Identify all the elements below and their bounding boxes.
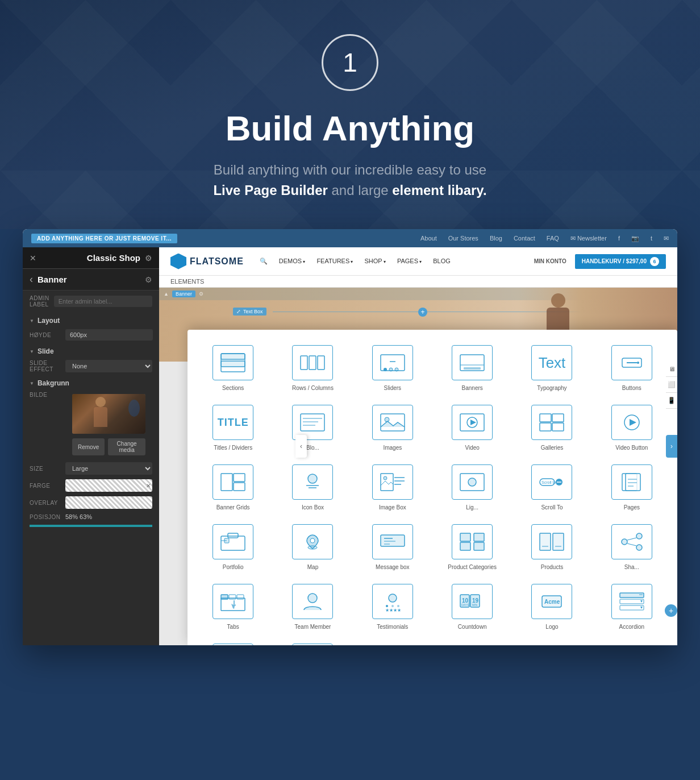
- panel-back-icon[interactable]: ‹: [30, 273, 33, 285]
- admin-link-ig[interactable]: 📷: [631, 235, 639, 242]
- svg-rect-95: [620, 593, 644, 598]
- svg-marker-31: [630, 419, 636, 426]
- element-testimonials[interactable]: ★★★★ Testimonials: [353, 577, 432, 637]
- titles-icon: TITLE: [213, 405, 253, 440]
- panel-toggle-left[interactable]: ‹: [295, 435, 307, 458]
- add-section-button[interactable]: +: [665, 604, 677, 617]
- svg-rect-3: [301, 356, 307, 370]
- element-logo[interactable]: Acme Logo: [512, 577, 591, 637]
- admin-link-mail[interactable]: ✉: [664, 235, 669, 242]
- admin-label-input[interactable]: [54, 296, 152, 307]
- admin-link-about[interactable]: About: [420, 235, 437, 242]
- my-account-link[interactable]: MIN KONTO: [534, 258, 566, 264]
- nav-pages[interactable]: PAGES: [393, 255, 426, 267]
- subtitle-highlight: Live Page Builder: [213, 182, 327, 198]
- nav-shop[interactable]: SHOP: [360, 255, 390, 267]
- posisjon-value: 58% 63%: [65, 513, 92, 520]
- element-buttons[interactable]: Buttons: [592, 338, 672, 398]
- element-galleries[interactable]: Galleries: [512, 398, 591, 458]
- hero-subtitle: Build anything with our incredible easy …: [11, 160, 689, 201]
- size-select[interactable]: Large Medium Small: [65, 462, 152, 475]
- banner-edit-icon[interactable]: ⚙: [199, 291, 203, 297]
- nav-features[interactable]: FEATURES: [312, 255, 357, 267]
- instagram-icon: [213, 644, 253, 645]
- element-products[interactable]: Products: [512, 517, 591, 577]
- desktop-icon[interactable]: 🖥: [666, 361, 677, 377]
- farge-color-field[interactable]: ✕: [65, 479, 152, 492]
- svg-rect-78: [221, 595, 228, 599]
- element-video-btn[interactable]: Video Button: [592, 398, 672, 458]
- mobile-icon[interactable]: 📱: [666, 393, 677, 409]
- element-message-box[interactable]: Message box: [353, 517, 432, 577]
- admin-link-blog[interactable]: Blog: [490, 235, 502, 242]
- element-sections[interactable]: Sections: [193, 338, 273, 398]
- svg-point-82: [389, 594, 397, 602]
- admin-link-contact[interactable]: Contact: [514, 235, 535, 242]
- element-banner-grids[interactable]: Banner Grids: [193, 458, 273, 517]
- svg-rect-80: [237, 595, 244, 599]
- element-team[interactable]: Team Member: [273, 577, 352, 637]
- nav2-elements[interactable]: ELEMENTS: [170, 278, 204, 285]
- element-sliders[interactable]: Sliders: [353, 338, 432, 398]
- rows-cols-icon: [292, 345, 333, 380]
- element-search[interactable]: Sea...: [273, 637, 352, 645]
- element-share[interactable]: Sha...: [592, 517, 672, 577]
- tablet-icon[interactable]: ⬜: [666, 377, 677, 393]
- svg-point-9: [395, 368, 398, 371]
- add-element-button[interactable]: +: [418, 308, 427, 317]
- element-scroll-to[interactable]: Scroll to Scroll To: [512, 458, 591, 517]
- nav-blog[interactable]: BLOG: [428, 255, 455, 267]
- element-light[interactable]: Lig...: [432, 458, 512, 517]
- nav-demos[interactable]: DEMOS: [274, 255, 310, 267]
- text-box-tag: ⤢ Text Box: [233, 308, 266, 316]
- element-instagram[interactable]: Instagram feed: [193, 637, 273, 645]
- element-map[interactable]: Map: [273, 517, 352, 577]
- svg-rect-32: [221, 474, 232, 491]
- element-portfolio[interactable]: Portfolio: [193, 517, 273, 577]
- slide-effect-select[interactable]: None Fade Slide: [65, 360, 152, 372]
- element-banners[interactable]: Banners: [432, 338, 512, 398]
- svg-rect-64: [460, 533, 470, 541]
- remove-button[interactable]: Remove: [72, 438, 105, 455]
- add-anything-btn[interactable]: ADD ANYTHING HERE OR JUST REMOVE IT...: [31, 234, 177, 243]
- element-image-box[interactable]: Image Box: [353, 458, 432, 517]
- admin-link-tw[interactable]: t: [651, 235, 652, 242]
- element-product-cat[interactable]: Product Categories: [432, 517, 512, 577]
- element-video[interactable]: Video: [432, 398, 512, 458]
- panel-close-icon[interactable]: ✕: [30, 254, 36, 263]
- element-countdown[interactable]: 10 DAYS 19 MIN Countdown: [432, 577, 512, 637]
- message-box-label: Message box: [376, 564, 409, 570]
- admin-link-newsletter[interactable]: ✉ Newsletter: [570, 235, 607, 242]
- element-titles[interactable]: TITLE Titles / Dividers: [193, 398, 273, 458]
- banner-settings-icon[interactable]: ⚙: [145, 275, 152, 284]
- element-icon-box[interactable]: Icon Box: [273, 458, 352, 517]
- search-icon[interactable]: 🔍: [255, 255, 272, 267]
- overlay-color-field[interactable]: [65, 496, 152, 509]
- hoyde-input[interactable]: [65, 329, 153, 341]
- svg-rect-4: [309, 356, 316, 370]
- element-pages[interactable]: Pages: [592, 458, 672, 517]
- color-clear-icon[interactable]: ✕: [146, 483, 151, 489]
- element-typography[interactable]: Text Typography: [512, 338, 591, 398]
- change-media-button[interactable]: Change media: [108, 438, 145, 455]
- svg-rect-57: [224, 538, 229, 543]
- buttons-label: Buttons: [622, 385, 641, 391]
- panel-toggle-right[interactable]: ›: [666, 435, 677, 458]
- slide-effect-label: SLIDEEFFECT: [30, 360, 61, 372]
- cart-button[interactable]: HANDLEKURV / $297,00 6: [575, 254, 666, 269]
- element-blog[interactable]: Blo...: [273, 398, 352, 458]
- admin-link-faq[interactable]: FAQ: [547, 235, 559, 242]
- gear-icon[interactable]: ⚙: [145, 254, 152, 263]
- banners-label: Banners: [462, 385, 483, 391]
- element-images[interactable]: Images: [353, 398, 432, 458]
- element-tabs[interactable]: Tabs: [193, 577, 273, 637]
- element-accordion[interactable]: ▾ ▾ Accordion: [592, 577, 672, 637]
- element-rows-cols[interactable]: Rows / Columns: [273, 338, 352, 398]
- titles-label: Titles / Dividers: [214, 445, 252, 451]
- banner-up-icon[interactable]: ▲: [164, 291, 169, 297]
- admin-link-fb[interactable]: f: [618, 235, 620, 242]
- blog-label: Blo...: [306, 445, 319, 451]
- admin-link-stores[interactable]: Our Stores: [448, 235, 478, 242]
- admin-label-row: ADMINLABEL: [23, 291, 159, 312]
- site-nav2: ELEMENTS: [159, 276, 677, 288]
